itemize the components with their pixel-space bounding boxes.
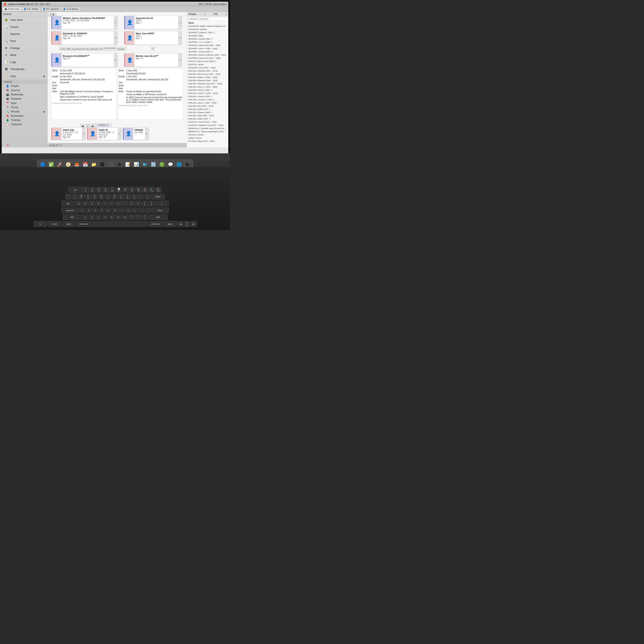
key-minus[interactable]: _- [138, 194, 144, 200]
key-f1[interactable]: ☀F1 [83, 187, 89, 193]
list-item[interactable]: McELIEN, Leonora (1855 –) [187, 95, 228, 98]
key-g[interactable]: G [105, 207, 111, 213]
sidebar-item-find[interactable]: 🔍 Find [2, 37, 47, 45]
list-item[interactable]: McELIEN, Mollie (1870 –) [187, 108, 228, 111]
key-9[interactable]: (9 [125, 194, 131, 200]
key-5[interactable]: %5 [98, 194, 104, 200]
william-expand[interactable]: ▼ [114, 16, 117, 29]
person-card-maryjane[interactable]: 👤 Mary Jane HUNT 1821 – Age: ? ▼ [124, 31, 182, 45]
sidebar-sub-people[interactable]: 👤 People [2, 84, 47, 88]
person-card-benjamin[interactable]: 👤 Benjamin IGLEHEART44 Age: 67 ▼ [51, 53, 117, 67]
key-esc[interactable]: esc [69, 187, 82, 193]
benjamin-expand[interactable]: ▼ [114, 53, 117, 67]
key-k[interactable]: K [125, 207, 131, 213]
key-7[interactable]: &7 [112, 194, 118, 200]
list-item[interactable]: McELIEN, Edgar B. (1853 – 1938) [187, 76, 228, 79]
key-f12[interactable]: 🔊F12 [155, 187, 161, 193]
sidebar-item-change[interactable]: ⚙ Change [2, 45, 47, 52]
key-x[interactable]: X [89, 214, 95, 220]
key-j[interactable]: J [119, 207, 125, 213]
key-f8[interactable]: ⏯F8 [129, 187, 135, 193]
key-c[interactable]: C [96, 214, 102, 220]
key-v[interactable]: V [102, 214, 108, 220]
key-lbracket[interactable]: {[ [142, 201, 148, 207]
key-slash[interactable]: ?/ [142, 214, 148, 220]
key-f9[interactable]: ⏭F9 [136, 187, 142, 193]
sidebar-item-thumbnails[interactable]: 🖼 Thumbnails [2, 66, 47, 73]
list-item[interactable]: JEFFRIES, John D. (1850 – 1936) [187, 47, 228, 50]
key-f4[interactable]: ⊡F4 [103, 187, 109, 193]
key-plus[interactable]: += [145, 194, 151, 200]
sidebar-sub-clipboard[interactable]: 📋 Clipboard [2, 122, 47, 126]
key-tilde[interactable]: ~` [65, 194, 71, 200]
list-item[interactable]: McELIEN, Henry C. (1823 – 1894) [187, 85, 228, 89]
list-item[interactable]: McELIEN, Ruth (1848 – 1872) [187, 114, 228, 117]
sidebar-sub-relatives[interactable]: 👨‍👩‍👧 Relatives [2, 97, 47, 101]
list-item[interactable]: JEFFRIES, Harriett (1858 –) [187, 37, 228, 41]
children-button[interactable]: + Children ▼ [94, 123, 112, 127]
chester-expand[interactable]: ▼ [145, 128, 148, 140]
key-0[interactable]: )0 [131, 194, 137, 200]
key-4[interactable]: $4 [92, 194, 98, 200]
sidebar-sub-results[interactable]: 🔍 Results ▶ [2, 109, 47, 114]
sidebar-sub-bookmarks[interactable]: 🔖 Bookmarks [2, 114, 47, 118]
list-item[interactable]: McKINLEY, Nathaniel Clay (1857 – 1932) [187, 124, 228, 127]
key-cmd-left[interactable]: command [76, 221, 91, 227]
list-item[interactable]: McELIEN, Lucrecia J. (1854 –) [187, 98, 228, 101]
key-m[interactable]: M [122, 214, 128, 220]
key-w[interactable]: W [82, 201, 88, 207]
menu-edit[interactable]: Edit [40, 3, 44, 5]
key-s[interactable]: S [86, 207, 92, 213]
list-item[interactable]: IGLEHEART, William James Humphrey (1815 … [187, 25, 228, 28]
tab-gw-adams[interactable]: 👤 G.W. Adams [61, 7, 80, 11]
key-return[interactable]: return [152, 207, 169, 213]
key-backslash[interactable]: |\ [155, 201, 169, 207]
list-item[interactable]: MARCUS, Barry Avrum (1953 –) [187, 60, 228, 63]
person-card-william[interactable]: 👤 William James Humphrey IGLEHEART 27 Ma… [51, 16, 117, 29]
sidebar-item-charts[interactable]: 📊 Charts [2, 23, 47, 30]
person-card-chester[interactable]: 👤 Chester Jan 1881 – 7 Children ▼ [123, 128, 148, 140]
key-f5[interactable]: ⬛F5 [109, 187, 115, 193]
list-item[interactable]: JEFFRIES, Richard Anderson (1823 – 1914) [187, 53, 228, 57]
key-option-left[interactable]: option [62, 221, 76, 227]
key-rbracket[interactable]: }] [148, 201, 154, 207]
key-arrow-left[interactable]: ◀ [178, 221, 184, 227]
list-item[interactable]: McELIEN, David Henry (1861 – 1942) [187, 73, 228, 76]
hattie-expand[interactable]: ▼ [82, 128, 85, 140]
key-period[interactable]: >. [135, 214, 141, 220]
key-q[interactable]: Q [76, 201, 82, 207]
sidebar-sub-ages[interactable]: 📅 Ages [2, 101, 47, 105]
key-i[interactable]: I [122, 201, 128, 207]
list-item[interactable]: JEFFRIES, Charles E. (1882 –) [187, 31, 228, 34]
key-l[interactable]: L [132, 207, 138, 213]
elizabeth-expand[interactable]: ▼ [114, 31, 117, 45]
sidebar-sub-unknown[interactable]: ❓ [2, 143, 47, 147]
list-item[interactable]: NEBERGALL, Elizabeth Jane (Jennie) (1822… [187, 127, 228, 130]
tab-family-view[interactable]: 👨‍👩‍👧 Family View [3, 7, 21, 11]
key-z[interactable]: Z [82, 214, 88, 220]
list-item[interactable]: MARCUS, Gerald [187, 63, 228, 66]
person-card-hallie[interactable]: 👤 Hallie M. 22 Mar 1880 – 6 Feb 1922 Age… [87, 128, 121, 140]
key-p[interactable]: P [135, 201, 141, 207]
list-item[interactable]: McELIEN, May (1875 – 1879) [187, 105, 228, 108]
key-shift-right[interactable]: shift [148, 214, 168, 220]
key-2[interactable]: @2 [79, 194, 85, 200]
key-f2[interactable]: ☀F2 [89, 187, 95, 193]
list-item[interactable]: McELIEN, Henry E. (1847 –) [187, 89, 228, 92]
menu-view[interactable]: View [45, 3, 50, 5]
sidebar-sub-places[interactable]: 📍 Places [2, 105, 47, 109]
key-ctrl[interactable]: control [48, 221, 61, 227]
key-b[interactable]: B [109, 214, 115, 220]
key-delete[interactable]: delete [151, 194, 165, 200]
person-card-augustin[interactable]: 👤 Augustin ELLIS 1815 – Age: ? ▼ [124, 16, 182, 29]
augustin-expand[interactable]: ▼ [178, 16, 181, 29]
tab-ra-jeffries[interactable]: 👤 R.A. Jeffries [22, 7, 40, 11]
key-arrow-right[interactable]: ▶ [191, 221, 197, 227]
people-search-input[interactable] [187, 17, 228, 21]
list-item[interactable]: NEBERGALL, Thomas Washington (1822 – 189… [187, 130, 228, 133]
key-f7[interactable]: ⏮F7 [122, 187, 128, 193]
person-card-elizabeth[interactable]: 👤 Elizabeth N. DONAHO 1823 – 18 Jan 1889… [51, 31, 117, 45]
list-item[interactable]: JEFFRIES, Elijah [187, 34, 228, 37]
list-item[interactable]: McELIEN, Walter (1857 –) [187, 117, 228, 121]
key-option-right[interactable]: option [163, 221, 177, 227]
